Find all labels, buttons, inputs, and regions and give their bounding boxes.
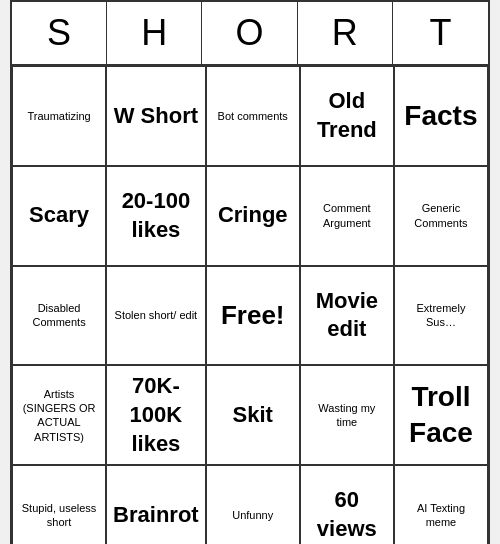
bingo-cell-9[interactable]: Generic Comments	[394, 166, 488, 266]
bingo-cell-19[interactable]: Troll Face	[394, 365, 488, 465]
cell-text-20: Stupid, useless short	[19, 501, 99, 530]
bingo-cell-6[interactable]: 20-100 likes	[106, 166, 206, 266]
cell-text-15: Artists (SINGERS OR ACTUAL ARTISTS)	[19, 387, 99, 444]
bingo-cell-22[interactable]: Unfunny	[206, 465, 300, 544]
cell-text-24: AI Texting meme	[401, 501, 481, 530]
bingo-cell-1[interactable]: W Short	[106, 66, 206, 166]
bingo-cell-11[interactable]: Stolen short/ edit	[106, 266, 206, 366]
bingo-cell-3[interactable]: Old Trend	[300, 66, 394, 166]
cell-text-8: Comment Argument	[307, 201, 387, 230]
cell-text-21: Brainrot	[113, 501, 199, 530]
bingo-cell-15[interactable]: Artists (SINGERS OR ACTUAL ARTISTS)	[12, 365, 106, 465]
bingo-grid: TraumatizingW ShortBot commentsOld Trend…	[12, 66, 488, 544]
cell-text-9: Generic Comments	[401, 201, 481, 230]
cell-text-18: Wasting my time	[307, 401, 387, 430]
bingo-cell-16[interactable]: 70K-100K likes	[106, 365, 206, 465]
cell-text-11: Stolen short/ edit	[115, 308, 198, 322]
header-letter-S: S	[12, 2, 107, 64]
bingo-cell-17[interactable]: Skit	[206, 365, 300, 465]
bingo-header: SHORT	[12, 2, 488, 66]
header-letter-R: R	[298, 2, 393, 64]
bingo-cell-14[interactable]: Extremely Sus…	[394, 266, 488, 366]
bingo-card: SHORT TraumatizingW ShortBot commentsOld…	[10, 0, 490, 544]
cell-text-13: Movie edit	[307, 287, 387, 344]
cell-text-14: Extremely Sus…	[401, 301, 481, 330]
bingo-cell-18[interactable]: Wasting my time	[300, 365, 394, 465]
cell-text-7: Cringe	[218, 201, 288, 230]
cell-text-23: 60 views	[307, 486, 387, 543]
bingo-cell-24[interactable]: AI Texting meme	[394, 465, 488, 544]
bingo-cell-5[interactable]: Scary	[12, 166, 106, 266]
cell-text-4: Facts	[404, 98, 477, 134]
cell-text-1: W Short	[114, 102, 198, 131]
cell-text-6: 20-100 likes	[113, 187, 199, 244]
header-letter-T: T	[393, 2, 488, 64]
bingo-cell-10[interactable]: Disabled Comments	[12, 266, 106, 366]
bingo-cell-8[interactable]: Comment Argument	[300, 166, 394, 266]
cell-text-22: Unfunny	[232, 508, 273, 522]
bingo-cell-12[interactable]: Free!	[206, 266, 300, 366]
cell-text-10: Disabled Comments	[19, 301, 99, 330]
header-letter-H: H	[107, 2, 202, 64]
bingo-cell-23[interactable]: 60 views	[300, 465, 394, 544]
bingo-cell-4[interactable]: Facts	[394, 66, 488, 166]
bingo-cell-7[interactable]: Cringe	[206, 166, 300, 266]
cell-text-17: Skit	[233, 401, 273, 430]
cell-text-0: Traumatizing	[27, 109, 90, 123]
bingo-cell-0[interactable]: Traumatizing	[12, 66, 106, 166]
cell-text-12: Free!	[221, 299, 285, 333]
cell-text-3: Old Trend	[307, 87, 387, 144]
bingo-cell-20[interactable]: Stupid, useless short	[12, 465, 106, 544]
bingo-cell-2[interactable]: Bot comments	[206, 66, 300, 166]
cell-text-16: 70K-100K likes	[113, 372, 199, 458]
cell-text-5: Scary	[29, 201, 89, 230]
bingo-cell-21[interactable]: Brainrot	[106, 465, 206, 544]
header-letter-O: O	[202, 2, 297, 64]
cell-text-19: Troll Face	[401, 379, 481, 452]
bingo-cell-13[interactable]: Movie edit	[300, 266, 394, 366]
cell-text-2: Bot comments	[218, 109, 288, 123]
